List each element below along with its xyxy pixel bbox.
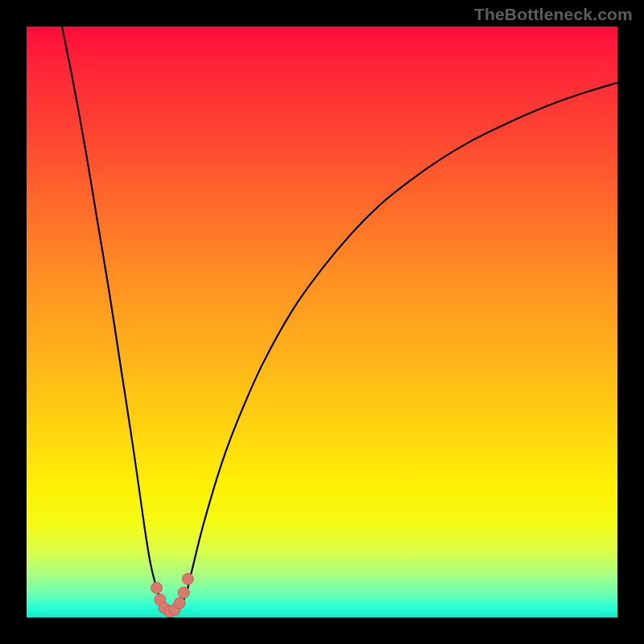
curve-marker <box>178 587 189 598</box>
chart-frame: TheBottleneck.com <box>0 0 644 644</box>
curve-marker <box>182 573 193 584</box>
curve-marker <box>151 582 162 593</box>
curve-marker <box>174 597 185 609</box>
bottleneck-curve-path <box>62 27 617 613</box>
bottleneck-curve-svg <box>27 27 617 617</box>
curve-minimum-markers <box>151 573 193 617</box>
watermark-text: TheBottleneck.com <box>474 5 633 24</box>
